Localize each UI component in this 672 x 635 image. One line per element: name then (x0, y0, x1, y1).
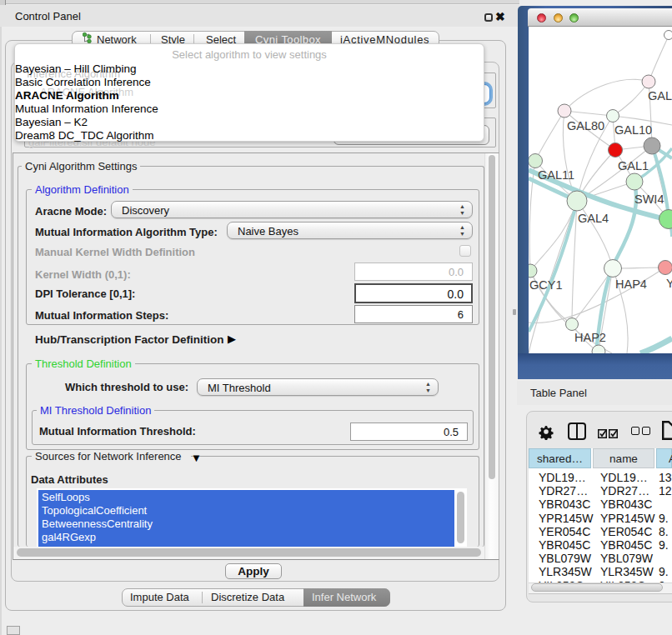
svg-text:HAP2: HAP2 (574, 331, 606, 344)
svg-text:SWI4: SWI4 (634, 192, 664, 206)
svg-text:YEL0: YEL0 (666, 277, 672, 290)
svg-text:HAP4: HAP4 (615, 278, 647, 291)
svg-text:GAL80: GAL80 (567, 119, 604, 132)
svg-text:GAL4: GAL4 (578, 212, 609, 225)
svg-text:GAL7: GAL7 (648, 89, 672, 102)
svg-text:GAL1: GAL1 (618, 159, 649, 172)
svg-text:GAL10: GAL10 (614, 123, 652, 137)
svg-text:GCY1: GCY1 (529, 278, 563, 292)
svg-text:GAL11: GAL11 (538, 168, 574, 182)
